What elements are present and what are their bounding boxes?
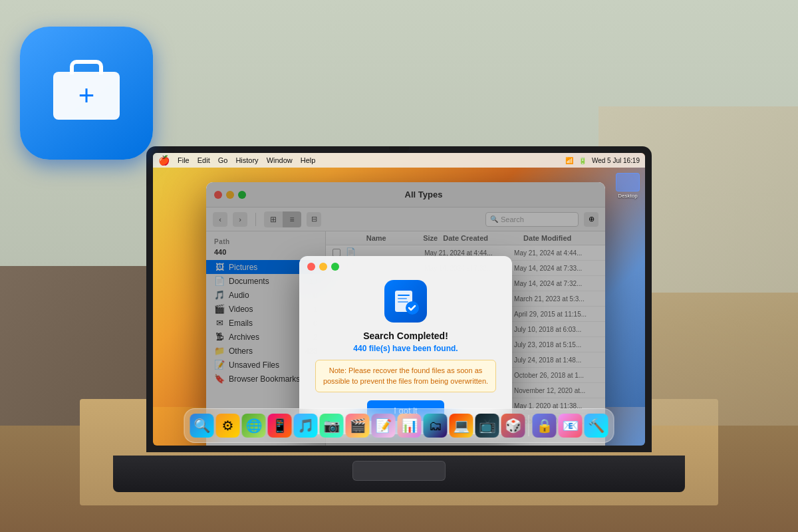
dock-icon-14[interactable]: 📧	[559, 414, 583, 438]
modal-title: Search Completed!	[315, 331, 496, 341]
dock-icon-1[interactable]: ⚙	[216, 414, 240, 438]
menubar: 🍎 File Edit Go History Window Help 📶 🔋 W…	[153, 153, 645, 168]
menubar-wifi: 📶	[565, 157, 573, 164]
menu-edit[interactable]: Edit	[198, 156, 210, 164]
menu-file[interactable]: File	[178, 156, 190, 164]
menubar-battery: 🔋	[579, 157, 587, 164]
menu-history[interactable]: History	[235, 156, 258, 164]
svg-rect-1	[398, 295, 410, 296]
modal-warning: Note: Please recover the found files as …	[315, 360, 496, 392]
modal-minimize[interactable]	[319, 263, 327, 271]
menu-window[interactable]: Window	[267, 156, 293, 164]
dock-icon-11[interactable]: 📺	[475, 414, 499, 438]
menu-help[interactable]: Help	[301, 156, 316, 164]
modal-count: 440 file(s) have been found.	[315, 344, 496, 353]
modal-close[interactable]	[307, 263, 315, 271]
dock-icon-10[interactable]: 💻	[450, 414, 473, 438]
dock-icon-6[interactable]: 🎬	[346, 414, 370, 438]
dock-icon-2[interactable]: 🌐	[242, 414, 266, 438]
dock: 🔍 ⚙ 🌐 📱 🎵 📷 🎬 📝 📊 🗂 💻 📺 🎲 🔒 📧 🔨	[184, 408, 614, 443]
dock-icon-4[interactable]: 🎵	[294, 414, 318, 438]
dock-icon-12[interactable]: 🎲	[501, 414, 525, 438]
dock-icon-8[interactable]: 📊	[398, 414, 422, 438]
svg-rect-3	[398, 301, 408, 303]
laptop-body: 🍎 File Edit Go History Window Help 📶 🔋 W…	[113, 146, 685, 492]
dock-icon-15[interactable]: 🔨	[585, 414, 608, 438]
dock-icon-finder[interactable]: 🔍	[190, 414, 214, 438]
app-window: All Types ‹ › ⊞ ≡ ⊟ 🔍	[206, 182, 605, 446]
svg-rect-2	[398, 298, 407, 299]
dock-icon-3[interactable]: 📱	[268, 414, 292, 438]
menu-go[interactable]: Go	[218, 156, 228, 164]
modal-maximize[interactable]	[331, 263, 339, 271]
modal-overlay: Search Completed! 440 file(s) have been …	[206, 182, 605, 446]
dock-icon-7[interactable]: 📝	[372, 414, 396, 438]
app-icon-floating: +	[20, 27, 153, 160]
modal-icon	[384, 280, 427, 323]
apple-menu[interactable]: 🍎	[158, 155, 170, 166]
dock-icon-13[interactable]: 🔒	[533, 414, 557, 438]
modal-traffic-lights	[299, 256, 512, 275]
laptop-screen: 🍎 File Edit Go History Window Help 📶 🔋 W…	[153, 153, 645, 446]
search-complete-modal: Search Completed! 440 file(s) have been …	[299, 256, 512, 434]
dock-icon-9[interactable]: 🗂	[424, 414, 448, 438]
laptop-notch	[389, 146, 409, 152]
menubar-datetime: Wed 5 Jul 16:19	[592, 157, 640, 164]
dock-icon-5[interactable]: 📷	[320, 414, 344, 438]
